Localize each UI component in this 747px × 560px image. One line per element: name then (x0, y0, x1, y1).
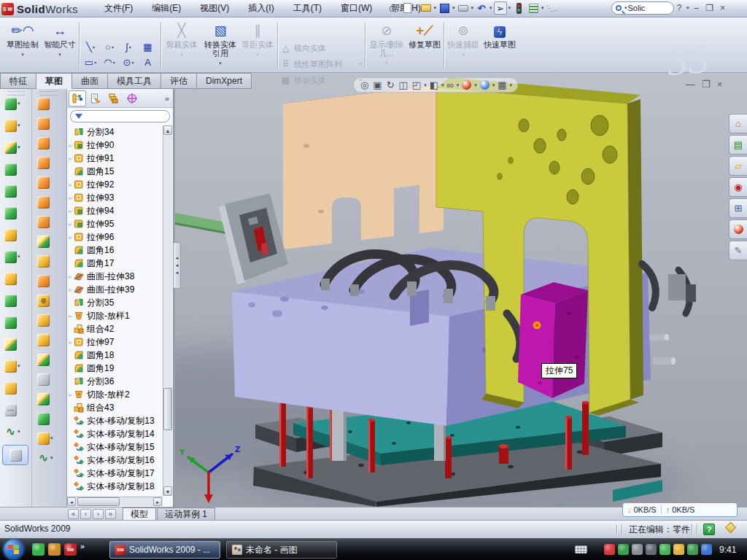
propertymanager-tab[interactable] (87, 90, 104, 106)
tab-评估[interactable]: 评估 (161, 73, 197, 89)
edit-appearance-icon[interactable] (462, 80, 471, 90)
spiral-curve-icon[interactable]: ∿▾ (37, 449, 59, 467)
dome-icon[interactable] (37, 410, 59, 427)
smart-dimension-button[interactable]: ↔ 智能尺寸▾ (42, 20, 77, 71)
expand-arrow-icon[interactable]: ▹ (67, 155, 74, 162)
pushpin-icon[interactable]: ⊙ (386, 1, 399, 15)
filter-tools-icon[interactable]: ⋱.. (546, 1, 559, 15)
section-view-icon[interactable]: ◫ (399, 78, 408, 92)
expand-arrow-icon[interactable]: ▹ (67, 339, 74, 346)
flex-icon[interactable] (37, 134, 59, 152)
ellipse-icon[interactable]: ⊙▾ (120, 55, 138, 70)
expand-arrow-icon[interactable]: ▹ (67, 182, 74, 188)
messenger-icon[interactable] (32, 543, 44, 556)
hide-show-items-icon[interactable]: ∞ (446, 78, 453, 92)
search-value[interactable]: Solic (628, 4, 646, 12)
tree-horizontal-scrollbar[interactable]: ◂ ▸ (67, 497, 163, 506)
expand-arrow-icon[interactable]: ▹ (67, 142, 74, 149)
text-icon[interactable]: A (139, 55, 157, 70)
menu-1[interactable]: 文件(F) (95, 1, 142, 16)
menu-5[interactable]: 工具(T) (284, 1, 331, 16)
scroll-down-button[interactable]: ▼ (163, 486, 172, 496)
tree-item[interactable]: 实体-移动/复制13 (67, 414, 163, 427)
hide-show-items-icon-dropdown[interactable]: ▾ (457, 82, 460, 88)
expand-arrow-icon[interactable]: ▹ (67, 234, 74, 241)
ruled-surface-icon[interactable] (37, 272, 59, 289)
graphics-area[interactable]: Y Z X ◎▣↻◫◰▾◧▾∞▾▾▾▦▾ — ❐ × ⌂▤▱◉⊞✎ 拉伸75 (175, 73, 747, 507)
tab-模具工具[interactable]: 模具工具 (108, 73, 161, 89)
warning-icon[interactable] (673, 544, 684, 555)
tree-filter-input[interactable] (70, 110, 170, 122)
tab-scroll-first-button[interactable]: « (68, 509, 79, 519)
taskbar-window-1[interactable]: SWSolidWorks 2009 - ... (109, 541, 220, 559)
arc-icon[interactable]: ◠▾ (101, 55, 119, 70)
tree-item[interactable]: ▹切除-放样2 (67, 388, 163, 401)
solidworks-launcher-icon[interactable]: SW (64, 543, 77, 556)
menu-2[interactable]: 编辑(E) (142, 1, 190, 16)
move-body-icon[interactable] (4, 335, 26, 353)
surface-fillet-icon[interactable] (37, 390, 59, 408)
open-icon[interactable] (419, 1, 433, 15)
search-box[interactable]: ▾ Solic (611, 1, 674, 15)
select-grid-icon[interactable]: ▦ (139, 39, 157, 55)
tree-item[interactable]: ▹曲面-拉伸39 (67, 283, 163, 296)
undo-dropdown[interactable]: ▾ (489, 5, 492, 11)
configurationmanager-tab[interactable] (105, 90, 123, 106)
instant3d-icon[interactable] (2, 445, 28, 465)
trim-entities-button[interactable]: ╳ 剪裁实体▾ (163, 20, 200, 71)
tree-item[interactable]: 实体-移动/复制17 (67, 467, 163, 480)
design-library-icon[interactable]: ▤ (729, 135, 747, 155)
sync-icon[interactable] (701, 544, 712, 555)
tab-曲面[interactable]: 曲面 (72, 73, 108, 89)
display-delete-relations-button[interactable]: ⊘ 显示/删除几...▾ (368, 20, 406, 71)
open-dropdown[interactable]: ▾ (434, 5, 437, 11)
scrollbar-thumb[interactable] (163, 388, 172, 430)
delete-body-icon[interactable]: ▾ (4, 357, 26, 375)
scroll-left-button[interactable]: ◂ (67, 497, 76, 506)
custom-properties-icon[interactable]: ✎ (729, 241, 747, 260)
circle-icon[interactable]: ○▾ (101, 39, 119, 55)
tree-item[interactable]: 圆角16 (67, 244, 163, 257)
expand-arrow-icon[interactable]: ▹ (67, 392, 74, 398)
resources-home-icon[interactable]: ⌂ (729, 114, 747, 133)
draft-icon[interactable] (4, 204, 26, 222)
panel-splitter-handle[interactable]: ◂◂◂ (173, 242, 181, 289)
display-style-icon[interactable]: ◧ (430, 78, 438, 92)
quicklaunch-overflow-button[interactable]: » (80, 542, 85, 551)
tab-DimXpert[interactable]: DimXpert (197, 73, 252, 89)
rib-icon[interactable] (4, 160, 26, 178)
split-body-icon[interactable] (4, 379, 26, 397)
minimize-button[interactable]: – (690, 2, 703, 14)
rotate-view-icon[interactable]: ↻ (387, 78, 395, 92)
extruded-boss-icon[interactable]: ▾ (4, 95, 26, 112)
security-suite-icon[interactable] (48, 543, 61, 556)
new-dropdown[interactable]: ▾ (415, 5, 418, 11)
help-dropdown[interactable]: ▾ (686, 5, 689, 11)
freeform-icon[interactable]: ▾ (37, 429, 59, 447)
help-button[interactable]: ? (673, 2, 686, 14)
expand-arrow-icon[interactable]: ▹ (67, 208, 74, 214)
3d-model-canvas[interactable]: Y Z X (175, 73, 747, 507)
view-settings-icon-dropdown[interactable]: ▾ (510, 82, 513, 88)
tree-item[interactable]: ▹拉伸94 (67, 204, 163, 217)
apply-scene-icon-dropdown[interactable]: ▾ (492, 82, 495, 88)
tree-item[interactable]: 圆角15 (67, 165, 163, 178)
options-icon[interactable] (527, 1, 540, 15)
save-dropdown[interactable]: ▾ (452, 5, 455, 11)
tree-item[interactable]: 实体-移动/复制15 (67, 440, 163, 454)
dimxpertmanager-tab[interactable] (123, 90, 141, 106)
boundary-surface-icon[interactable] (37, 174, 59, 191)
tree-item[interactable]: 实体-移动/复制16 (67, 454, 163, 467)
tree-item[interactable]: 实体-移动/复制18 (67, 480, 163, 493)
expand-arrow-icon[interactable]: ▹ (67, 195, 74, 201)
lofted-surface-icon[interactable] (37, 154, 59, 171)
tag-icon[interactable] (725, 522, 737, 534)
menu-4[interactable]: 插入(I) (239, 1, 283, 16)
sketch-button[interactable]: ✏◠ 草图绘制▾ (4, 20, 41, 71)
swept-surface-icon[interactable] (37, 95, 59, 112)
magenta-insert-block[interactable] (518, 282, 588, 398)
edit-appearance-icon-dropdown[interactable]: ▾ (474, 82, 477, 88)
close-button[interactable]: × (716, 2, 729, 14)
antivirus-icon[interactable] (604, 544, 615, 555)
im-phone-icon[interactable] (659, 544, 670, 555)
